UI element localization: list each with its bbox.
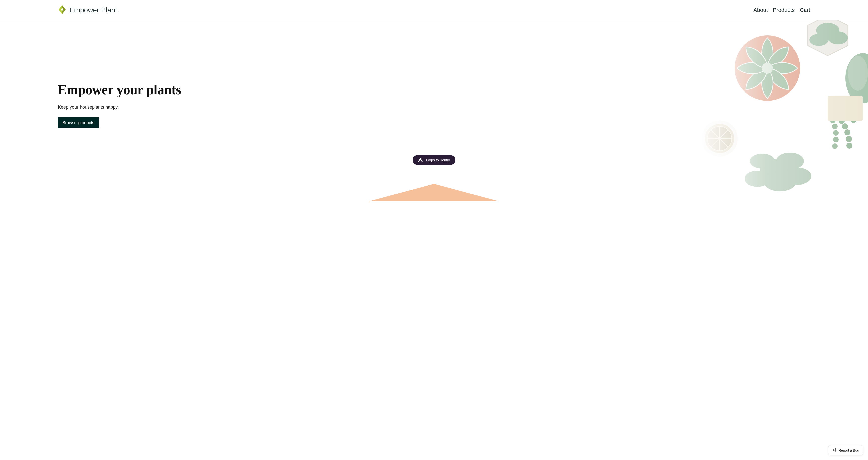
- svg-point-17: [750, 154, 775, 169]
- svg-point-1: [762, 63, 773, 74]
- svg-point-5: [809, 34, 829, 46]
- svg-point-4: [828, 31, 848, 44]
- svg-point-26: [846, 142, 852, 149]
- hero-plants-illustration: [697, 20, 868, 201]
- svg-point-7: [848, 56, 868, 91]
- svg-point-20: [745, 171, 770, 187]
- section-divider-triangle: [369, 184, 499, 201]
- report-bug-button[interactable]: Report a Bug: [828, 445, 864, 456]
- svg-point-16: [776, 153, 804, 170]
- svg-point-23: [842, 124, 848, 129]
- svg-point-24: [844, 129, 850, 135]
- svg-point-31: [832, 143, 838, 149]
- svg-rect-35: [828, 96, 863, 121]
- sentry-logo-icon: [418, 158, 423, 162]
- site-header: Empower Plant About Products Cart: [0, 0, 868, 20]
- nav-link-products[interactable]: Products: [773, 7, 795, 13]
- hero-subtitle: Keep your houseplants happy.: [58, 105, 181, 110]
- megaphone-icon: [833, 448, 837, 453]
- svg-point-25: [846, 136, 852, 142]
- svg-point-30: [833, 137, 839, 142]
- brand-name: Empower Plant: [69, 6, 117, 14]
- nav-link-cart[interactable]: Cart: [800, 7, 810, 13]
- hero-content: Empower your plants Keep your houseplant…: [58, 82, 181, 128]
- brand-logo-icon: [58, 4, 66, 15]
- browse-products-button[interactable]: Browse products: [58, 118, 99, 128]
- svg-point-28: [832, 124, 838, 129]
- primary-nav: About Products Cart: [753, 7, 810, 13]
- hero-section: Empower your plants Keep your houseplant…: [0, 20, 868, 201]
- brand[interactable]: Empower Plant: [58, 4, 117, 15]
- report-bug-label: Report a Bug: [839, 449, 860, 453]
- svg-point-19: [784, 168, 811, 185]
- hero-title: Empower your plants: [58, 82, 181, 98]
- sentry-login-label: Login to Sentry: [426, 158, 450, 162]
- svg-point-29: [833, 130, 839, 136]
- nav-link-about[interactable]: About: [753, 7, 768, 13]
- login-to-sentry-button[interactable]: Login to Sentry: [413, 155, 455, 165]
